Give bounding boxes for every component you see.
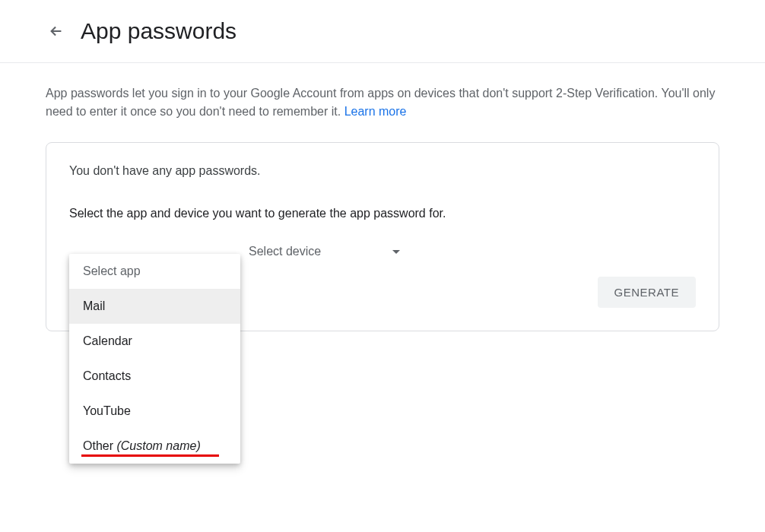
- back-arrow-icon[interactable]: [47, 22, 65, 40]
- select-device-label: Select device: [249, 245, 321, 258]
- caret-down-icon: [392, 245, 401, 258]
- dropdown-option-mail[interactable]: Mail: [69, 289, 240, 324]
- no-passwords-text: You don't have any app passwords.: [69, 164, 696, 178]
- dropdown-placeholder: Select app: [69, 254, 240, 289]
- description-text: App passwords let you sign in to your Go…: [46, 84, 719, 121]
- highlight-underline: [81, 454, 219, 457]
- select-device-dropdown[interactable]: Select device: [249, 242, 401, 261]
- content-area: App passwords let you sign in to your Go…: [0, 63, 765, 331]
- select-prompt-text: Select the app and device you want to ge…: [69, 207, 696, 220]
- dropdown-option-other-label: Other: [83, 439, 116, 452]
- dropdown-option-youtube[interactable]: YouTube: [69, 394, 240, 429]
- page-header: App passwords: [0, 0, 765, 63]
- dropdown-option-other-suffix: (Custom name): [116, 439, 200, 452]
- select-app-dropdown-menu: Select app Mail Calendar Contacts YouTub…: [69, 254, 240, 464]
- page-title: App passwords: [81, 18, 236, 44]
- app-passwords-card: You don't have any app passwords. Select…: [46, 142, 719, 331]
- learn-more-link[interactable]: Learn more: [344, 105, 407, 118]
- dropdown-option-contacts[interactable]: Contacts: [69, 359, 240, 394]
- dropdown-option-other[interactable]: Other (Custom name): [69, 429, 240, 464]
- generate-button[interactable]: GENERATE: [598, 277, 696, 308]
- dropdown-option-calendar[interactable]: Calendar: [69, 324, 240, 359]
